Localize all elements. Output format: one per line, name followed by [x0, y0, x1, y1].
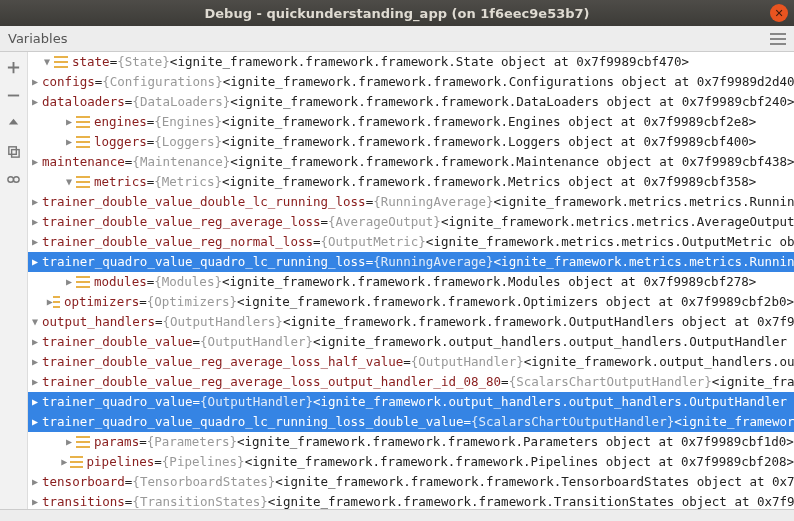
expand-arrow-right-icon[interactable]: ▶ [58, 452, 70, 472]
link-button[interactable] [5, 170, 23, 188]
expand-arrow-right-icon[interactable]: ▶ [32, 92, 38, 112]
add-watch-button[interactable] [5, 58, 23, 76]
panel-tab-variables[interactable]: Variables [8, 31, 67, 46]
variable-name: optimizers [64, 292, 139, 312]
arrow-up-icon [6, 116, 21, 131]
tree-row[interactable]: ▼output_handlers = {OutputHandlers} <ign… [28, 312, 794, 332]
tree-row[interactable]: ▶trainer_double_value_reg_normal_loss = … [28, 232, 794, 252]
variable-value: <ignite_framework.output_handlers.output… [313, 392, 794, 412]
equals: = [403, 352, 411, 372]
variable-name: trainer_quadro_value [42, 392, 193, 412]
equals: = [366, 252, 374, 272]
variable-name: trainer_quadro_value_quadro_lc_running_l… [42, 412, 463, 432]
svg-rect-0 [8, 94, 19, 96]
variable-name: engines [94, 112, 147, 132]
variable-name: metrics [94, 172, 147, 192]
tree-row[interactable]: ▶pipelines = {Pipelines} <ignite_framewo… [28, 452, 794, 472]
equals: = [139, 432, 147, 452]
tree-row[interactable]: ▶optimizers = {Optimizers} <ignite_frame… [28, 292, 794, 312]
tree-row[interactable]: ▼state = {State} <ignite_framework.frame… [28, 52, 794, 72]
variable-value: <ignite_framework.framework.framework.Ma… [230, 152, 794, 172]
variable-type: {Engines} [154, 112, 222, 132]
variable-type: {RunningAverage} [373, 252, 493, 272]
variable-value: <ignite_framework.framework.framework.Pa… [237, 432, 794, 452]
expand-arrow-right-icon[interactable]: ▶ [32, 152, 38, 172]
expand-arrow-right-icon[interactable]: ▶ [32, 372, 38, 392]
expand-arrow-right-icon[interactable]: ▶ [62, 432, 76, 452]
expand-arrow-right-icon[interactable]: ▶ [62, 132, 76, 152]
tree-row[interactable]: ▼metrics = {Metrics} <ignite_framework.f… [28, 172, 794, 192]
variable-name: trainer_quadro_value_quadro_lc_running_l… [42, 252, 366, 272]
equals: = [147, 112, 155, 132]
variable-name: trainer_double_value_reg_normal_loss [42, 232, 313, 252]
copy-icon [6, 144, 21, 159]
variables-tree[interactable]: ▼state = {State} <ignite_framework.frame… [28, 52, 794, 509]
expand-arrow-right-icon[interactable]: ▶ [32, 412, 38, 432]
tree-row[interactable]: ▶loggers = {Loggers} <ignite_framework.f… [28, 132, 794, 152]
expand-arrow-right-icon[interactable]: ▶ [32, 252, 38, 272]
equals: = [110, 52, 118, 72]
remove-watch-button[interactable] [5, 86, 23, 104]
tree-row[interactable]: ▶trainer_quadro_value_quadro_lc_running_… [28, 412, 794, 432]
tree-row[interactable]: ▶trainer_double_value_reg_average_loss_o… [28, 372, 794, 392]
duplicate-button[interactable] [5, 142, 23, 160]
tree-row[interactable]: ▶trainer_quadro_value = {OutputHandler} … [28, 392, 794, 412]
expand-arrow-right-icon[interactable]: ▶ [32, 192, 38, 212]
variable-value: <ignite_framework.framework.framework.En… [222, 112, 756, 132]
expand-arrow-down-icon[interactable]: ▼ [32, 312, 38, 332]
window-close-button[interactable]: ✕ [770, 4, 788, 22]
variable-value: <ignite_framework.o [674, 412, 794, 432]
expand-arrow-right-icon[interactable]: ▶ [32, 332, 38, 352]
tree-row[interactable]: ▶params = {Parameters} <ignite_framework… [28, 432, 794, 452]
tree-row[interactable]: ▶transitions = {TransitionStates} <ignit… [28, 492, 794, 509]
equals: = [139, 292, 147, 312]
tree-row[interactable]: ▶trainer_double_value_reg_average_loss_h… [28, 352, 794, 372]
variable-value: <ignite_framew [712, 372, 794, 392]
variable-name: trainer_double_value_reg_average_loss [42, 212, 320, 232]
svg-point-4 [14, 176, 20, 182]
variable-name: transitions [42, 492, 125, 509]
expand-arrow-right-icon[interactable]: ▶ [32, 492, 38, 509]
expand-arrow-down-icon[interactable]: ▼ [62, 172, 76, 192]
tree-row[interactable]: ▶configs = {Configurations} <ignite_fram… [28, 72, 794, 92]
equals: = [125, 472, 133, 492]
svg-point-3 [8, 176, 14, 182]
expand-arrow-down-icon[interactable]: ▼ [40, 52, 54, 72]
tree-row[interactable]: ▶engines = {Engines} <ignite_framework.f… [28, 112, 794, 132]
tree-row[interactable]: ▶maintenance = {Maintenance} <ignite_fra… [28, 152, 794, 172]
panel-settings-icon[interactable] [770, 33, 786, 45]
tree-row[interactable]: ▶trainer_double_value_double_lc_running_… [28, 192, 794, 212]
tree-row[interactable]: ▶trainer_double_value = {OutputHandler} … [28, 332, 794, 352]
up-button[interactable] [5, 114, 23, 132]
variable-name: modules [94, 272, 147, 292]
tree-row[interactable]: ▶tensorboard = {TensorboardStates} <igni… [28, 472, 794, 492]
expand-arrow-right-icon[interactable]: ▶ [32, 392, 38, 412]
left-gutter [0, 52, 28, 509]
variable-name: params [94, 432, 139, 452]
variable-value: <ignite_framework.output_handlers.output [524, 352, 794, 372]
expand-arrow-right-icon[interactable]: ▶ [32, 232, 38, 252]
minus-icon [6, 88, 21, 103]
expand-arrow-right-icon[interactable]: ▶ [32, 352, 38, 372]
equals: = [154, 452, 162, 472]
expand-arrow-right-icon[interactable]: ▶ [32, 72, 38, 92]
variable-value: <ignite_framework.framework.framework.Tr… [268, 492, 794, 509]
equals: = [147, 172, 155, 192]
variable-icon [76, 136, 90, 148]
expand-arrow-right-icon[interactable]: ▶ [62, 112, 76, 132]
expand-arrow-right-icon[interactable]: ▶ [32, 212, 38, 232]
tree-row[interactable]: ▶dataloaders = {DataLoaders} <ignite_fra… [28, 92, 794, 112]
variable-value: <ignite_framework.framework.framework.Lo… [222, 132, 756, 152]
variable-value: <ignite_framework.framework.framework.Op… [237, 292, 794, 312]
expand-arrow-right-icon[interactable]: ▶ [62, 272, 76, 292]
variable-name: output_handlers [42, 312, 155, 332]
expand-arrow-right-icon[interactable]: ▶ [46, 292, 53, 312]
tree-row[interactable]: ▶trainer_quadro_value_quadro_lc_running_… [28, 252, 794, 272]
tree-row[interactable]: ▶trainer_double_value_reg_average_loss =… [28, 212, 794, 232]
tree-row[interactable]: ▶modules = {Modules} <ignite_framework.f… [28, 272, 794, 292]
expand-arrow-right-icon[interactable]: ▶ [32, 472, 38, 492]
variable-value: <ignite_framework.framework.framework.Te… [275, 472, 794, 492]
equals: = [313, 232, 321, 252]
variable-name: trainer_double_value_reg_average_loss_ha… [42, 352, 403, 372]
main-area: ▼state = {State} <ignite_framework.frame… [0, 52, 794, 509]
